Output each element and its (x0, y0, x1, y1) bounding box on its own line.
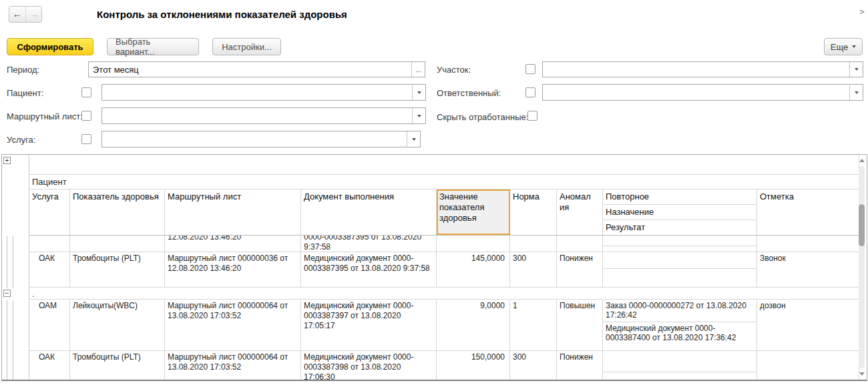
cell-route[interactable]: 12.08.2020 13:46:20 (165, 236, 301, 252)
route-sheet-checkbox[interactable] (81, 111, 91, 121)
cell-anomaly[interactable]: Понижен (557, 351, 603, 380)
area-input[interactable] (543, 62, 849, 77)
patient-checkbox[interactable] (81, 87, 91, 97)
col-header-assignment[interactable]: Назначение (603, 205, 756, 220)
responsible-label: Ответственный: (437, 88, 501, 98)
cell-doc[interactable]: 0000-0003387395 от 13.08.2020 9:37:58 (301, 236, 437, 252)
col-header-route[interactable]: Маршрутный лист (165, 189, 301, 235)
patient-input[interactable] (102, 85, 412, 100)
more-button[interactable]: Еще (824, 38, 863, 55)
cell-doc[interactable]: Медицинский документ 0000-0003387395 от … (301, 252, 437, 287)
group-toggle-button[interactable]: − (3, 290, 11, 297)
cell-norm[interactable]: 300 (510, 351, 557, 380)
patient-dropdown-button[interactable] (412, 85, 425, 100)
chevron-down-icon (852, 45, 856, 48)
scroll-down-button[interactable] (859, 372, 865, 376)
responsible-dropdown-button[interactable] (849, 85, 863, 100)
period-ellipsis-button[interactable]: ... (411, 62, 425, 77)
cell-mark[interactable]: Звонок (757, 252, 859, 287)
scrollbar-thumb[interactable] (859, 204, 865, 246)
cell-indicator[interactable]: Тромбоциты (PLT) (70, 252, 165, 287)
cell-value[interactable]: 9,0000 (437, 300, 510, 350)
col-header-value-selected[interactable]: Значение показателя здоровья (437, 189, 510, 235)
period-input[interactable] (89, 62, 411, 77)
chevron-down-icon (412, 138, 416, 141)
cell-assignment[interactable] (603, 252, 756, 269)
cell-result[interactable] (603, 372, 756, 380)
cell-mark[interactable]: дозвон (757, 300, 859, 350)
cell-service[interactable]: ОАК (29, 252, 70, 287)
col-header-service[interactable]: Услуга (29, 189, 70, 235)
service-field (101, 131, 421, 147)
cell-service[interactable] (29, 236, 70, 252)
cell-service[interactable]: ОАМ (29, 300, 70, 350)
cell-repeat[interactable] (603, 236, 757, 252)
cell-norm[interactable]: 300 (510, 252, 557, 287)
cell-repeat[interactable] (603, 252, 757, 287)
table-row: ОАМ Лейкоциты(WBC) Маршрутный лист 00000… (29, 300, 859, 351)
scroll-up-button[interactable] (859, 159, 865, 162)
cell-value[interactable]: 145,0000 (437, 252, 510, 287)
panel-collapse-chevron-icon[interactable]: > (859, 7, 865, 17)
col-header-anomaly[interactable]: Аномалия (557, 189, 603, 235)
settings-button[interactable]: Настройки... (212, 38, 281, 55)
cell-norm[interactable]: 1 (510, 300, 557, 350)
scrollbar-track[interactable] (859, 166, 865, 368)
column-header-row: Услуга Показатель здоровья Маршрутный ли… (29, 189, 859, 236)
table-row: ОАК Тромбоциты (PLT) Маршрутный лист 000… (29, 252, 859, 288)
cell-norm[interactable] (510, 236, 557, 252)
col-header-repeat-group[interactable]: Повторное (603, 189, 756, 205)
route-sheet-input[interactable] (102, 108, 412, 123)
forward-arrow-icon: → (29, 9, 38, 19)
col-header-doc[interactable]: Документ выполнения (301, 189, 437, 235)
hide-processed-label: Скрыть отработанные: (437, 112, 528, 122)
area-checkbox[interactable] (525, 64, 535, 74)
generate-button[interactable]: Сформировать (7, 38, 93, 55)
back-button[interactable]: ← (9, 7, 25, 22)
service-checkbox[interactable] (81, 134, 91, 144)
cell-indicator[interactable] (70, 236, 165, 252)
cell-result[interactable]: Медицинский документ 0000-0003387400 от … (603, 322, 756, 350)
cell-indicator[interactable]: Тромбоциты (PLT) (70, 351, 165, 380)
cell-repeat[interactable] (603, 351, 757, 380)
cell-anomaly[interactable] (557, 236, 603, 252)
col-header-mark[interactable]: Отметка (757, 189, 859, 235)
cell-assignment[interactable]: Заказ 0000-0000000272 от 13.08.2020 17:2… (603, 300, 756, 322)
cell-route[interactable]: Маршрутный лист 000000036 от 12.08.2020 … (165, 252, 301, 287)
col-header-result[interactable]: Результат (603, 220, 756, 235)
cell-doc[interactable]: Медицинский документ 0000-0003387397 от … (301, 300, 437, 350)
cell-repeat[interactable]: Заказ 0000-0000000272 от 13.08.2020 17:2… (603, 300, 757, 350)
cell-result[interactable] (603, 269, 756, 287)
cell-indicator[interactable]: Лейкоциты(WBC) (70, 300, 165, 350)
cell-route[interactable]: Маршрутный лист 000000064 от 13.08.2020 … (165, 351, 301, 380)
table-row: ОАК Тромбоциты (PLT) Маршрутный лист 000… (29, 351, 859, 380)
cell-mark[interactable] (757, 351, 859, 380)
cell-doc[interactable]: Медицинский документ 0000-0003387398 от … (301, 351, 437, 380)
service-dropdown-button[interactable] (407, 131, 420, 147)
cell-route[interactable]: Маршрутный лист 000000064 от 13.08.2020 … (165, 300, 301, 350)
cell-service[interactable]: ОАК (29, 351, 70, 380)
col-header-indicator[interactable]: Показатель здоровья (70, 189, 165, 235)
group-row-patient[interactable]: . (29, 288, 859, 300)
cell-anomaly[interactable]: Понижен (557, 252, 603, 287)
group-column-header[interactable]: Пациент (29, 175, 859, 189)
cell-anomaly[interactable]: Повышен (557, 300, 603, 350)
service-input[interactable] (102, 131, 407, 147)
choose-variant-button[interactable]: Выбрать вариант... (107, 38, 199, 55)
col-header-repeat: Повторное Назначение Результат (603, 189, 757, 235)
vertical-scrollbar (858, 155, 866, 380)
forward-button[interactable]: → (25, 7, 42, 22)
cell-value[interactable] (437, 236, 510, 252)
area-dropdown-button[interactable] (849, 62, 863, 77)
cell-mark[interactable] (757, 236, 859, 252)
cell-value[interactable]: 150,0000 (437, 351, 510, 380)
cell-assignment[interactable] (603, 351, 756, 372)
responsible-checkbox[interactable] (525, 87, 535, 97)
route-sheet-dropdown-button[interactable] (412, 108, 425, 123)
responsible-input[interactable] (543, 85, 849, 100)
chevron-down-icon (417, 115, 421, 117)
col-header-norm[interactable]: Норма (510, 189, 557, 235)
collapse-all-button[interactable]: + (3, 157, 11, 164)
report-table: + − Пациент Услуга Показатель здоровья М… (1, 154, 867, 381)
hide-processed-checkbox[interactable] (527, 111, 537, 121)
